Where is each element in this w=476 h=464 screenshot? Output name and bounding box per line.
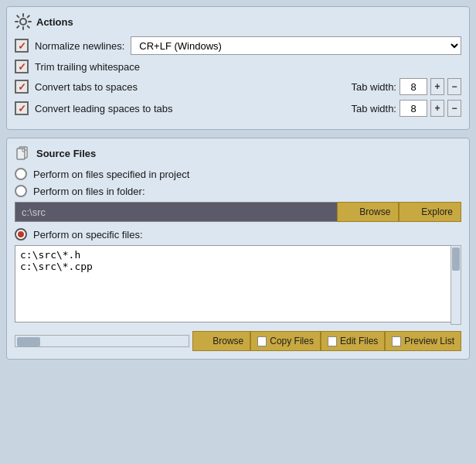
browse-folder-label: Browse [359,206,390,217]
copy-files-icon [257,336,267,346]
checkmark-tabs: ✓ [18,82,26,92]
tabs-tab-width-group: Tab width: + − [351,78,461,95]
convert-tabs-row: ✓ Convert tabs to spaces Tab width: + − [15,78,461,95]
radio-folder-row: Perform on files in folder: [15,185,461,197]
browse-files-button[interactable]: Browse [192,331,250,351]
tabs-decrement-button[interactable]: − [447,78,461,95]
radio-specific-label: Perform on specific files: [33,229,143,241]
actions-panel: Actions ✓ Normalize newlines: CR+LF (Win… [6,6,470,130]
spaces-tab-width-label: Tab width: [351,103,396,114]
trim-trailing-row: ✓ Trim trailing whitespace [15,60,461,73]
radio-project-label: Perform on files specified in project [33,169,189,180]
svg-rect-2 [17,148,25,159]
radio-folder[interactable] [15,185,27,197]
convert-spaces-checkbox[interactable]: ✓ [15,101,29,115]
tabs-tab-width-label: Tab width: [351,81,396,93]
trim-trailing-label: Trim trailing whitespace [35,61,140,73]
explore-folder-button[interactable]: Explore [399,202,461,222]
spaces-tab-width-group: Tab width: + − [351,100,461,117]
scrollbar-thumb [452,247,460,271]
radio-project-row: Perform on files specified in project [15,168,461,180]
browse-files-label: Browse [212,336,243,346]
bottom-buttons: Browse Copy Files Edit Files Preview Lis… [192,331,461,351]
checkmark-normalize: ✓ [18,41,26,51]
files-icon [15,145,32,162]
convert-spaces-label: Convert leading spaces to tabs [35,103,173,114]
convert-tabs-label: Convert tabs to spaces [35,81,138,93]
spaces-decrement-button[interactable]: − [447,100,461,117]
normalize-newlines-row: ✓ Normalize newlines: CR+LF (Windows) LF… [15,36,461,55]
convert-tabs-checkbox[interactable]: ✓ [15,80,29,94]
tabs-tab-width-input[interactable] [400,78,427,95]
checkmark-spaces: ✓ [18,104,26,114]
actions-panel-title: Actions [15,13,461,30]
horizontal-scrollbar[interactable] [15,335,189,347]
radio-specific-row: Perform on specific files: [15,228,461,241]
convert-spaces-row: ✓ Convert leading spaces to tabs Tab wid… [15,100,461,117]
path-row: Browse Explore [15,202,461,222]
copy-files-button[interactable]: Copy Files [250,331,321,351]
preview-list-label: Preview List [404,336,454,346]
radio-specific-dot [18,231,24,237]
explore-folder-label: Explore [421,206,453,217]
source-files-title: Source Files [15,145,461,162]
h-scrollbar-thumb [17,337,40,346]
spaces-increment-button[interactable]: + [430,100,444,117]
radio-specific[interactable] [15,228,27,241]
preview-list-icon [392,336,401,346]
preview-list-button[interactable]: Preview List [385,331,461,351]
normalize-newlines-checkbox[interactable]: ✓ [15,39,29,53]
checkmark-trim: ✓ [18,62,26,72]
bottom-area: Browse Copy Files Edit Files Preview Lis… [15,331,461,351]
browse-folder-button[interactable]: Browse [337,202,399,222]
folder-path-input[interactable] [15,202,337,222]
normalize-newlines-label: Normalize newlines: [35,40,124,52]
actions-title-text: Actions [36,16,73,28]
gear-icon [15,13,32,30]
explore-folder-icon [407,208,418,217]
svg-point-0 [20,19,26,25]
edit-files-label: Edit Files [340,336,378,346]
copy-files-label: Copy Files [270,336,314,346]
vertical-scrollbar[interactable] [450,245,461,325]
radio-folder-label: Perform on files in folder: [33,186,145,197]
files-area-wrapper: c:\src\*.h c:\src\*.cpp [15,245,461,325]
radio-project[interactable] [15,168,27,180]
trim-trailing-checkbox[interactable]: ✓ [15,60,29,73]
source-files-title-text: Source Files [36,148,96,159]
files-textarea[interactable]: c:\src\*.h c:\src\*.cpp [15,245,461,322]
spaces-tab-width-input[interactable] [400,100,427,117]
tabs-increment-button[interactable]: + [430,78,444,95]
newlines-dropdown[interactable]: CR+LF (Windows) LF (Unix) CR (Mac) [131,36,461,55]
source-files-panel: Source Files Perform on files specified … [6,138,470,360]
browse-files-icon [199,337,209,345]
edit-files-button[interactable]: Edit Files [321,331,385,351]
browse-folder-icon [345,208,356,217]
newlines-dropdown-wrapper: CR+LF (Windows) LF (Unix) CR (Mac) [131,36,461,55]
edit-files-icon [328,336,337,346]
